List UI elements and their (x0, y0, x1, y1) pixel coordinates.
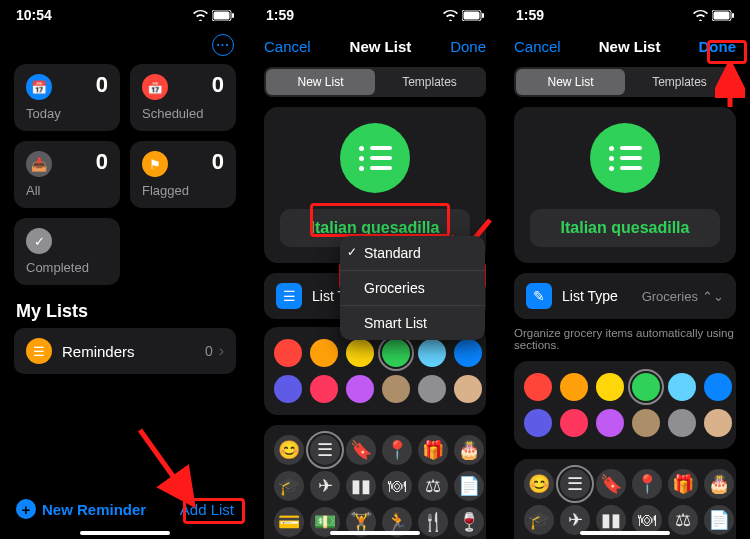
home-indicator[interactable] (330, 531, 420, 535)
icon-option[interactable]: 😊 (524, 469, 554, 499)
list-reminders[interactable]: ☰ Reminders 0 › (14, 328, 236, 374)
icon-option[interactable]: 🎂 (454, 435, 484, 465)
flag-icon: ⚑ (142, 151, 168, 177)
color-swatch[interactable] (382, 339, 410, 367)
status-time: 1:59 (516, 7, 544, 23)
color-swatch[interactable] (524, 409, 552, 437)
done-button[interactable]: Done (450, 38, 486, 55)
color-swatch[interactable] (560, 373, 588, 401)
icon-option[interactable]: ▮▮ (346, 471, 376, 501)
card-completed[interactable]: ✓ Completed (14, 218, 120, 285)
wifi-icon (193, 10, 208, 21)
card-today[interactable]: 📅 0 Today (14, 64, 120, 131)
color-swatch[interactable] (560, 409, 588, 437)
color-swatch[interactable] (704, 409, 732, 437)
option-smart-list[interactable]: Smart List (340, 305, 485, 340)
icon-option[interactable]: 🎁 (668, 469, 698, 499)
svg-rect-2 (232, 13, 234, 18)
tray-icon: 📥 (26, 151, 52, 177)
icon-option[interactable]: 🔖 (346, 435, 376, 465)
chevron-updown-icon: ⌃⌄ (702, 289, 724, 304)
icon-option[interactable]: 📄 (704, 505, 734, 535)
icon-option[interactable]: 📍 (382, 435, 412, 465)
list-type-value: Groceries⌃⌄ (642, 289, 724, 304)
list-name-input[interactable] (530, 209, 720, 247)
color-swatch[interactable] (346, 339, 374, 367)
color-swatch[interactable] (524, 373, 552, 401)
icon-option[interactable]: ☰ (560, 469, 590, 499)
icon-option[interactable]: 😊 (274, 435, 304, 465)
segmented-control[interactable]: New List Templates (514, 67, 736, 97)
icon-option[interactable]: 🎁 (418, 435, 448, 465)
option-groceries[interactable]: Groceries (340, 270, 485, 305)
color-swatch[interactable] (668, 373, 696, 401)
color-swatch[interactable] (632, 409, 660, 437)
wifi-icon (443, 10, 458, 21)
phone-screen-2: 1:59 Cancel New List Done New List Templ… (250, 0, 500, 539)
color-swatch[interactable] (310, 339, 338, 367)
segment-templates[interactable]: Templates (375, 69, 484, 95)
card-label: Today (26, 106, 108, 121)
home-indicator[interactable] (80, 531, 170, 535)
cancel-button[interactable]: Cancel (514, 38, 561, 55)
add-list-button[interactable]: Add List (180, 501, 234, 518)
battery-icon (212, 10, 234, 21)
my-lists-header: My Lists (0, 297, 250, 328)
icon-option[interactable]: 🍽 (382, 471, 412, 501)
color-swatch[interactable] (382, 375, 410, 403)
status-bar: 1:59 (500, 0, 750, 30)
segmented-control[interactable]: New List Templates (264, 67, 486, 97)
new-reminder-label: New Reminder (42, 501, 146, 518)
calendar-icon: 📅 (142, 74, 168, 100)
status-icons (443, 10, 484, 21)
icon-option[interactable]: 📍 (632, 469, 662, 499)
wand-icon: ✎ (526, 283, 552, 309)
option-standard[interactable]: Standard (340, 236, 485, 270)
more-options-button[interactable]: ··· (212, 34, 234, 56)
color-swatch[interactable] (274, 375, 302, 403)
card-scheduled[interactable]: 📅 0 Scheduled (130, 64, 236, 131)
color-swatch[interactable] (596, 409, 624, 437)
new-reminder-button[interactable]: + New Reminder (16, 499, 146, 519)
card-label: Scheduled (142, 106, 224, 121)
cancel-button[interactable]: Cancel (264, 38, 311, 55)
list-type-row[interactable]: ✎ List Type Groceries⌃⌄ (514, 273, 736, 319)
card-count: 0 (212, 149, 224, 175)
icon-option[interactable]: 🔖 (596, 469, 626, 499)
color-swatch[interactable] (668, 409, 696, 437)
chevron-right-icon: › (219, 342, 224, 360)
icon-option[interactable]: ⚖ (418, 471, 448, 501)
color-swatch[interactable] (632, 373, 660, 401)
color-swatch[interactable] (596, 373, 624, 401)
list-bullet-icon: ☰ (26, 338, 52, 364)
card-all[interactable]: 📥 0 All (14, 141, 120, 208)
color-swatch[interactable] (704, 373, 732, 401)
home-indicator[interactable] (580, 531, 670, 535)
card-flagged[interactable]: ⚑ 0 Flagged (130, 141, 236, 208)
segment-new-list[interactable]: New List (516, 69, 625, 95)
icon-option[interactable]: ✈ (310, 471, 340, 501)
icon-option[interactable]: ☰ (310, 435, 340, 465)
icon-option[interactable]: 🍷 (454, 507, 484, 537)
color-swatch[interactable] (346, 375, 374, 403)
icon-option[interactable]: 💳 (274, 507, 304, 537)
segment-new-list[interactable]: New List (266, 69, 375, 95)
card-count: 0 (96, 72, 108, 98)
icon-option[interactable]: 🍴 (418, 507, 448, 537)
icon-option[interactable]: 🎂 (704, 469, 734, 499)
list-preview-card (514, 107, 736, 263)
segment-templates[interactable]: Templates (625, 69, 734, 95)
color-swatch[interactable] (310, 375, 338, 403)
icon-option[interactable]: ⚖ (668, 505, 698, 535)
status-icons (693, 10, 734, 21)
wifi-icon (693, 10, 708, 21)
color-swatch[interactable] (454, 375, 482, 403)
color-swatch[interactable] (274, 339, 302, 367)
done-button[interactable]: Done (698, 38, 736, 55)
color-swatch[interactable] (454, 339, 482, 367)
icon-option[interactable]: 🎓 (274, 471, 304, 501)
icon-option[interactable]: 📄 (454, 471, 484, 501)
color-swatch[interactable] (418, 339, 446, 367)
color-swatch[interactable] (418, 375, 446, 403)
icon-option[interactable]: 🎓 (524, 505, 554, 535)
